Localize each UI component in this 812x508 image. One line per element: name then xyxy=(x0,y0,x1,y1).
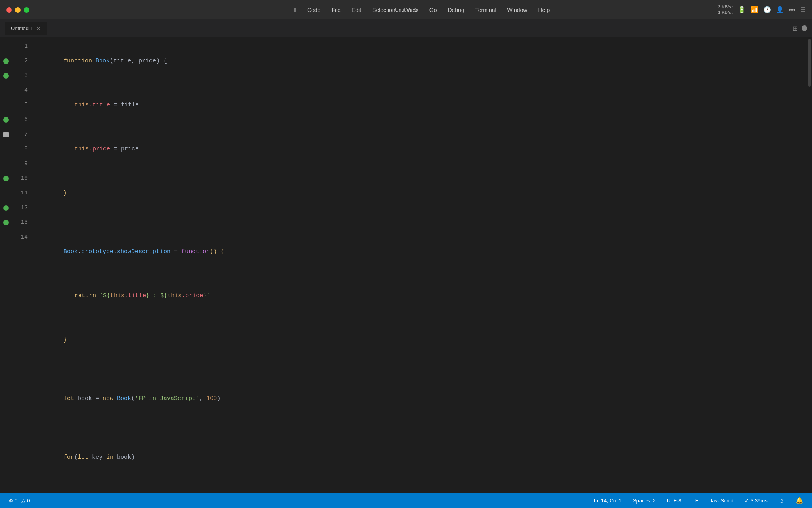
menu-file[interactable]: File xyxy=(326,4,346,15)
parens-6: () { xyxy=(210,248,224,255)
prop-title: .title xyxy=(89,102,110,108)
tab-untitled[interactable]: Untitled-1 ✕ xyxy=(5,22,47,35)
bp-row-8 xyxy=(0,142,12,156)
kw-showdesc-6: showDescription xyxy=(117,248,170,255)
bell-icon[interactable]: 🔔 xyxy=(793,495,806,506)
closebrace-7a: } xyxy=(146,292,149,299)
bp-row-1 xyxy=(0,39,12,54)
bp-row-7 xyxy=(0,127,12,142)
more-icon[interactable] xyxy=(802,25,807,31)
menu-code[interactable]: Code xyxy=(302,4,326,15)
kw-new-10: new xyxy=(103,395,117,402)
tab-close-icon[interactable]: ✕ xyxy=(36,26,40,31)
breakpoint-7[interactable] xyxy=(3,132,9,137)
window-title: Untitled-1 xyxy=(395,7,417,13)
network-speed: 3 KB/s↑1 KB/s↓ xyxy=(718,4,733,15)
paren-10b: ) xyxy=(217,395,220,402)
dot-6a: . xyxy=(78,248,81,255)
brace-close-4: } xyxy=(63,190,67,196)
language-indicator[interactable]: JavaScript xyxy=(707,496,736,505)
kw-let-12: let xyxy=(78,454,92,461)
prop-price-7: .price xyxy=(182,292,203,299)
line-num-4: 4 xyxy=(12,83,28,98)
timing-indicator[interactable]: ✓ 3.39ms xyxy=(742,496,770,505)
statusbar: ⊗ 0 △ 0 Ln 14, Col 1 Spaces: 2 UTF-8 LF … xyxy=(0,493,812,508)
kw-let-10: let xyxy=(63,395,78,402)
errors-indicator[interactable]: ⊗ 0 △ 0 xyxy=(6,496,32,505)
menu-help[interactable]: Help xyxy=(532,4,555,15)
spaces-indicator[interactable]: Spaces: 2 xyxy=(630,496,658,505)
warning-count: 0 xyxy=(27,498,30,504)
line-num-12: 12 xyxy=(12,200,28,215)
closebrace-7b: } xyxy=(203,292,207,299)
line-numbers: 1 2 3 4 5 6 7 8 9 10 11 12 13 14 xyxy=(12,37,36,493)
bp-row-5 xyxy=(0,98,12,112)
smiley: ☺ xyxy=(779,497,785,504)
code-line-4: } xyxy=(36,171,812,215)
comma-10: , xyxy=(199,395,206,402)
menubar-right: 3 KB/s↑1 KB/s↓ 🔋 📶 🕐 👤 ••• ☰ xyxy=(718,4,806,15)
code-line-13: console.log(key) title, price, showDescr… xyxy=(36,479,812,493)
val-price: price xyxy=(121,146,139,152)
encoding-indicator[interactable]: UTF-8 xyxy=(665,496,684,505)
traffic-lights xyxy=(6,7,29,13)
tab-right-buttons: ⊞ xyxy=(793,25,807,32)
var-key-12: key xyxy=(92,454,106,461)
menu-go[interactable]: Go xyxy=(424,4,442,15)
dollar-7b: ${ xyxy=(160,292,167,299)
menu-debug[interactable]: Debug xyxy=(442,4,469,15)
menu-edit[interactable]: Edit xyxy=(346,4,367,15)
scrollbar-thumb[interactable] xyxy=(808,39,811,87)
smiley-icon[interactable]: ☺ xyxy=(776,496,787,506)
code-area[interactable]: function Book(title, price) { this.title… xyxy=(36,37,812,493)
backtick-7b: ` xyxy=(207,292,210,299)
dot-6b: . xyxy=(113,248,117,255)
statusbar-right: Ln 14, Col 1 Spaces: 2 UTF-8 LF JavaScri… xyxy=(592,495,806,506)
comma-1: , xyxy=(131,58,138,64)
close-button[interactable] xyxy=(6,7,12,13)
param-price: price xyxy=(138,58,156,64)
paren-2: ) { xyxy=(156,58,167,64)
tab-label: Untitled-1 xyxy=(11,25,33,31)
kw-function-1: function xyxy=(63,58,96,64)
kw-this-2: this xyxy=(75,102,89,108)
dollar-7a: ${ xyxy=(103,292,110,299)
breakpoint-2[interactable] xyxy=(3,58,9,64)
bp-row-14 xyxy=(0,230,12,244)
breakpoint-12[interactable] xyxy=(3,205,9,211)
breakpoint-10[interactable] xyxy=(3,176,9,181)
code-line-3: this.price = price xyxy=(36,127,812,171)
language-text: JavaScript xyxy=(710,498,734,504)
maximize-button[interactable] xyxy=(24,7,29,13)
bp-row-4 xyxy=(0,83,12,98)
line-num-7: 7 xyxy=(12,127,28,142)
code-line-5 xyxy=(36,215,812,230)
val-title: title xyxy=(121,102,139,108)
brace-close-8: } xyxy=(63,337,67,343)
ln-col-indicator[interactable]: Ln 14, Col 1 xyxy=(592,496,624,505)
kw-function-6: function xyxy=(181,248,210,255)
apple-menu[interactable]:  xyxy=(289,4,302,15)
bp-row-10 xyxy=(0,171,12,186)
split-editor-icon[interactable]: ⊞ xyxy=(793,25,798,32)
statusbar-left: ⊗ 0 △ 0 xyxy=(6,496,32,505)
menu-terminal[interactable]: Terminal xyxy=(470,4,502,15)
var-book-12: book) xyxy=(117,454,135,461)
breakpoint-13[interactable] xyxy=(3,220,9,225)
battery-icon: 🔋 xyxy=(738,6,746,13)
line-num-6: 6 xyxy=(12,112,28,127)
line-num-9: 9 xyxy=(12,156,28,171)
menubar:  Code File Edit Selection View Go Debug… xyxy=(0,0,812,19)
list-icon: ☰ xyxy=(800,6,806,13)
breakpoint-3[interactable] xyxy=(3,73,9,79)
menu-window[interactable]: Window xyxy=(502,4,533,15)
bp-row-2 xyxy=(0,54,12,68)
kw-book-6: Book xyxy=(63,248,78,255)
code-line-7: return `${this.title} : ${this.price}` xyxy=(36,274,812,318)
assign-3: = xyxy=(110,146,121,152)
eol-indicator[interactable]: LF xyxy=(690,496,701,505)
kw-book-name: Book xyxy=(96,58,110,64)
minimize-button[interactable] xyxy=(15,7,21,13)
breakpoint-6[interactable] xyxy=(3,117,9,123)
scrollbar[interactable] xyxy=(807,37,812,493)
